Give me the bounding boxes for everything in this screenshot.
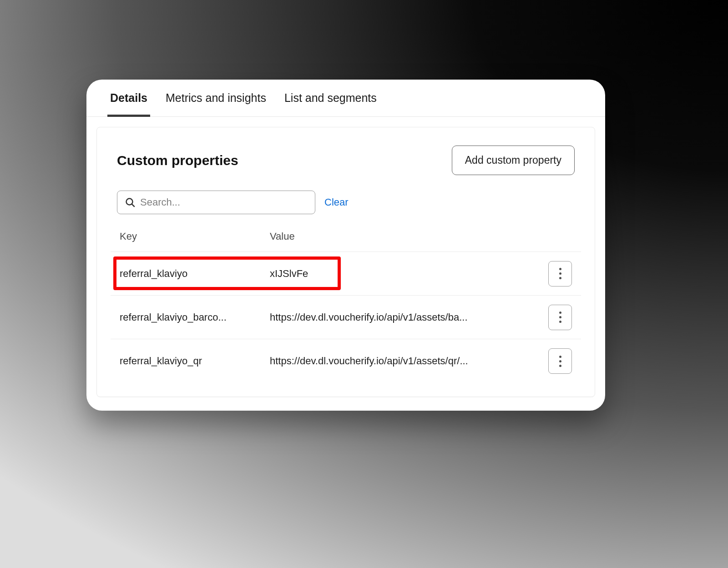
search-input[interactable] bbox=[140, 196, 308, 208]
window: Details Metrics and insights List and se… bbox=[86, 80, 605, 411]
cell-value: xIJSlvFe bbox=[270, 268, 539, 280]
search-box[interactable] bbox=[117, 191, 315, 214]
tab-bar: Details Metrics and insights List and se… bbox=[86, 80, 605, 117]
cell-key: referral_klaviyo_barco... bbox=[120, 312, 270, 323]
row-actions-button[interactable] bbox=[548, 348, 572, 374]
card-title: Custom properties bbox=[117, 153, 238, 168]
table-row: referral_klaviyo xIJSlvFe bbox=[111, 252, 581, 296]
row-actions-button[interactable] bbox=[548, 261, 572, 287]
custom-properties-card: Custom properties Add custom property Cl… bbox=[96, 127, 595, 397]
svg-line-1 bbox=[132, 204, 134, 206]
table-header: Key Value bbox=[111, 231, 581, 252]
cell-value: https://dev.dl.voucherify.io/api/v1/asse… bbox=[270, 355, 539, 367]
properties-table: Key Value referral_klaviyo xIJSlvFe refe… bbox=[111, 231, 581, 383]
clear-link[interactable]: Clear bbox=[324, 196, 349, 208]
col-header-key: Key bbox=[120, 231, 270, 242]
search-icon bbox=[125, 197, 136, 208]
col-header-value: Value bbox=[270, 231, 539, 242]
add-custom-property-button[interactable]: Add custom property bbox=[452, 146, 575, 175]
row-actions-button[interactable] bbox=[548, 305, 572, 330]
table-row: referral_klaviyo_qr https://dev.dl.vouch… bbox=[111, 339, 581, 383]
card-header: Custom properties Add custom property bbox=[111, 146, 581, 175]
tab-list-segments[interactable]: List and segments bbox=[284, 91, 377, 116]
tab-details[interactable]: Details bbox=[110, 91, 147, 116]
cell-value: https://dev.dl.voucherify.io/api/v1/asse… bbox=[270, 312, 539, 323]
search-row: Clear bbox=[111, 191, 581, 214]
table-row: referral_klaviyo_barco... https://dev.dl… bbox=[111, 296, 581, 339]
tab-metrics-insights[interactable]: Metrics and insights bbox=[166, 91, 266, 116]
cell-key: referral_klaviyo bbox=[120, 268, 270, 280]
cell-key: referral_klaviyo_qr bbox=[120, 355, 270, 367]
